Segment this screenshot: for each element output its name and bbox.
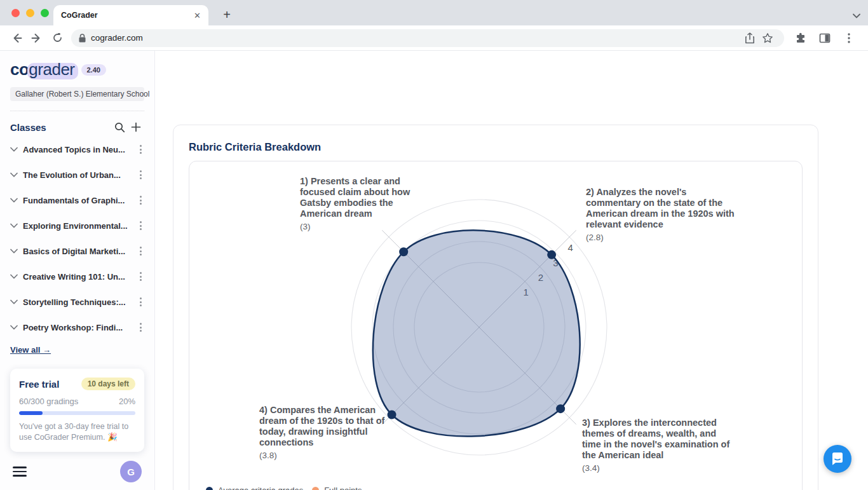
rubric-breakdown-card: Rubric Criteria Breakdown 1234 1) Presen… <box>173 125 818 490</box>
chevron-down-icon[interactable] <box>10 172 18 177</box>
class-menu-kebab-icon[interactable] <box>137 170 144 179</box>
tab-close-icon[interactable]: ✕ <box>194 11 201 20</box>
criterion-1-label: 1) Presents a clear and focused claim ab… <box>300 176 421 232</box>
criterion-4-label: 4) Compares the American dream of the 19… <box>259 405 386 461</box>
back-icon[interactable] <box>6 28 27 48</box>
close-window-button[interactable] <box>11 9 20 17</box>
bookmark-star-icon[interactable] <box>759 31 776 46</box>
browser-toolbar: cograder.com <box>0 25 868 51</box>
share-icon[interactable] <box>741 31 759 46</box>
trial-progress-bar <box>19 411 135 415</box>
sidebar-item-class[interactable]: Fundamentals of Graphi... <box>10 187 144 213</box>
trial-usage-count: 60/300 gradings <box>19 397 78 406</box>
chevron-down-icon[interactable] <box>10 223 18 228</box>
sidebar-item-class[interactable]: Creative Writing 101: Un... <box>10 264 144 289</box>
sidebar-item-class[interactable]: Advanced Topics in Neu... <box>10 137 144 162</box>
class-menu-kebab-icon[interactable] <box>137 272 144 281</box>
browser-menu-kebab-icon[interactable] <box>839 28 859 48</box>
view-all-link[interactable]: View all → <box>10 345 51 355</box>
class-menu-kebab-icon[interactable] <box>137 247 144 255</box>
criterion-4-score: (3.8) <box>259 450 386 461</box>
new-tab-button[interactable]: + <box>219 6 235 23</box>
card-title: Rubric Criteria Breakdown <box>189 141 321 153</box>
trial-title: Free trial <box>19 379 59 390</box>
chevron-down-icon[interactable] <box>10 198 18 203</box>
criterion-2-score: (2.8) <box>586 232 743 243</box>
cograder-logo[interactable]: cograder <box>10 60 75 79</box>
address-bar[interactable]: cograder.com <box>71 29 784 47</box>
class-menu-kebab-icon[interactable] <box>137 145 144 154</box>
lock-icon <box>79 34 86 43</box>
criterion-1-score: (3) <box>300 221 421 232</box>
school-selector[interactable]: Gallaher (Robert S.) Elementary School <box>10 87 144 101</box>
free-trial-card: Free trial 10 days left 60/300 gradings … <box>10 369 144 452</box>
trial-days-badge: 10 days left <box>81 378 135 390</box>
browser-tabstrip: CoGrader ✕ + <box>0 0 868 25</box>
zoom-window-button[interactable] <box>41 9 49 17</box>
class-menu-kebab-icon[interactable] <box>137 196 144 205</box>
classes-heading: Classes <box>10 122 111 133</box>
chat-bubble-icon <box>830 451 845 466</box>
sidebar-item-class[interactable]: The Evolution of Urban... <box>10 162 144 187</box>
chart-legend: Average criteria grades Full points <box>206 486 362 490</box>
forward-icon[interactable] <box>27 28 47 48</box>
sidebar: cograder 2.40 Gallaher (Robert S.) Eleme… <box>0 51 155 490</box>
sidebar-item-class[interactable]: Storytelling Techniques:... <box>10 289 144 315</box>
reload-icon[interactable] <box>47 28 67 48</box>
extensions-puzzle-icon[interactable] <box>790 28 811 48</box>
url-text: cograder.com <box>91 33 741 43</box>
sidebar-item-class[interactable]: Poetry Workshop: Findi... <box>10 315 144 340</box>
chevron-down-icon[interactable] <box>10 274 18 279</box>
legend-dot-orange <box>312 487 319 490</box>
window-controls[interactable] <box>11 9 49 17</box>
main-content: Assignment Analytics Regenerate Rubric C… <box>155 51 868 490</box>
class-menu-kebab-icon[interactable] <box>137 323 144 332</box>
chevron-down-icon[interactable] <box>10 325 18 330</box>
side-panel-icon[interactable] <box>815 28 835 48</box>
legend-item-average[interactable]: Average criteria grades <box>206 486 303 490</box>
minimize-window-button[interactable] <box>26 9 34 17</box>
browser-tab[interactable]: CoGrader ✕ <box>53 5 208 25</box>
search-icon[interactable] <box>111 119 128 135</box>
tab-search-chevron-icon[interactable] <box>853 10 860 21</box>
criterion-3-label: 3) Explores the interconnected themes of… <box>582 418 735 473</box>
avatar[interactable]: G <box>120 461 142 482</box>
svg-text:4: 4 <box>567 242 573 253</box>
trial-usage-percent: 20% <box>119 397 135 406</box>
class-list: Advanced Topics in Neu... The Evolution … <box>10 137 144 340</box>
version-badge: 2.40 <box>81 64 106 76</box>
trial-message: You've got a 30-day free trial to use Co… <box>19 421 135 443</box>
sidebar-item-class[interactable]: Basics of Digital Marketi... <box>10 238 144 264</box>
legend-item-full-points[interactable]: Full points <box>312 486 362 490</box>
legend-dot-navy <box>206 487 213 490</box>
sidebar-divider <box>10 111 144 111</box>
tab-title: CoGrader <box>61 11 194 20</box>
trial-progress-fill <box>19 411 43 415</box>
intercom-chat-button[interactable] <box>824 445 851 473</box>
radar-chart: 1234 1) Presents a clear and focused cla… <box>189 161 803 490</box>
criterion-3-score: (3.4) <box>582 463 735 473</box>
add-class-plus-icon[interactable] <box>128 119 144 135</box>
chevron-down-icon[interactable] <box>10 248 18 254</box>
criterion-2-label: 2) Analyzes the novel's commentary on th… <box>586 187 743 243</box>
hamburger-menu-icon[interactable] <box>13 466 27 477</box>
chevron-down-icon[interactable] <box>10 299 18 304</box>
class-menu-kebab-icon[interactable] <box>137 221 144 230</box>
chevron-down-icon[interactable] <box>10 147 18 152</box>
class-menu-kebab-icon[interactable] <box>137 297 144 306</box>
sidebar-item-class[interactable]: Exploring Environmental... <box>10 213 144 238</box>
